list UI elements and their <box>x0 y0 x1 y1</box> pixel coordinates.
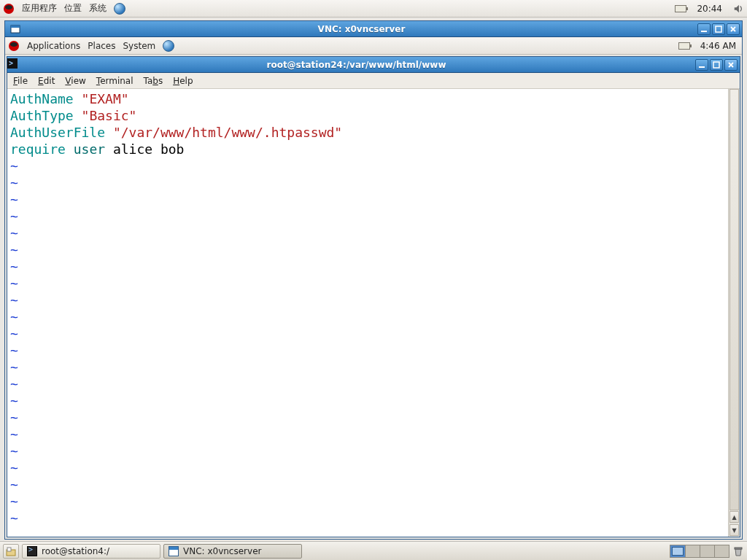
redhat-icon[interactable] <box>8 40 20 52</box>
terminal-body: AuthName "EXAM" AuthType "Basic" AuthUse… <box>7 89 740 537</box>
outer-menu-system[interactable]: 系统 <box>89 2 107 15</box>
outer-clock[interactable]: 20:44 <box>694 4 725 14</box>
menu-terminal[interactable]: Terminal <box>96 76 133 86</box>
vnc-title: VNC: x0vncserver <box>26 24 697 34</box>
redhat-icon[interactable] <box>3 3 15 15</box>
outer-menu-places[interactable]: 位置 <box>64 2 82 15</box>
battery-icon[interactable] <box>678 40 690 52</box>
scroll-down-button[interactable]: ▼ <box>729 524 739 536</box>
outer-top-panel: 应用程序 位置 系统 20:44 <box>0 0 747 18</box>
inner-menu-applications[interactable]: Applications <box>27 41 80 51</box>
scroll-up-button[interactable]: ▲ <box>729 511 739 523</box>
inner-menu-places[interactable]: Places <box>88 41 115 51</box>
workspace-switcher[interactable] <box>670 545 729 558</box>
taskbar-item-vnc[interactable]: VNC: x0vncserver <box>163 544 302 559</box>
globe-icon[interactable] <box>163 40 174 52</box>
close-button[interactable] <box>724 59 738 71</box>
terminal-icon <box>27 546 37 556</box>
inner-menu-system[interactable]: System <box>123 41 155 51</box>
svg-rect-5 <box>716 26 721 32</box>
terminal-window: > root@station24:/var/www/html/www File … <box>7 56 740 537</box>
vnc-icon <box>169 546 179 556</box>
workspace-1[interactable] <box>670 545 685 557</box>
terminal-window-buttons <box>695 59 740 71</box>
inner-clock[interactable]: 4:46 AM <box>697 41 739 51</box>
vnc-window: VNC: x0vncserver Applications Places Sys… <box>4 20 743 540</box>
volume-icon[interactable] <box>732 3 744 15</box>
vnc-titlebar[interactable]: VNC: x0vncserver <box>5 21 742 37</box>
svg-rect-10 <box>699 66 705 68</box>
minimize-button[interactable] <box>697 23 711 35</box>
terminal-title: root@station24:/var/www/html/www <box>18 60 695 70</box>
outer-bottom-panel: root@station4:/ VNC: x0vncserver <box>0 541 747 560</box>
maximize-button[interactable] <box>712 23 725 35</box>
svg-rect-14 <box>735 548 742 549</box>
svg-text:>: > <box>9 59 13 67</box>
menu-view[interactable]: View <box>65 76 85 86</box>
battery-icon[interactable] <box>675 3 686 15</box>
workspace-4[interactable] <box>714 545 729 557</box>
maximize-button[interactable] <box>710 59 723 71</box>
svg-rect-4 <box>701 31 707 32</box>
scrollbar-thumb[interactable] <box>729 89 739 510</box>
globe-icon[interactable] <box>114 3 125 15</box>
terminal-titlebar[interactable]: > root@station24:/var/www/html/www <box>7 57 740 73</box>
svg-rect-13 <box>7 548 11 551</box>
outer-menu-applications[interactable]: 应用程序 <box>22 2 57 15</box>
terminal-menubar: File Edit View Terminal Tabs Help <box>7 73 740 89</box>
vnc-window-buttons <box>697 23 742 35</box>
inner-top-panel: Applications Places System 4:46 AM <box>5 37 742 55</box>
close-button[interactable] <box>727 23 740 35</box>
vnc-app-icon <box>9 23 21 35</box>
menu-tabs[interactable]: Tabs <box>144 76 163 86</box>
svg-point-7 <box>10 42 18 47</box>
menu-file[interactable]: File <box>13 76 28 86</box>
minimize-button[interactable] <box>695 59 708 71</box>
terminal-text[interactable]: AuthName "EXAM" AuthType "Basic" AuthUse… <box>7 89 728 537</box>
menu-edit[interactable]: Edit <box>38 76 55 86</box>
svg-point-1 <box>5 5 12 9</box>
workspace-2[interactable] <box>685 545 700 557</box>
taskbar-item-terminal[interactable]: root@station4:/ <box>22 544 160 559</box>
workspace-3[interactable] <box>700 545 714 557</box>
svg-rect-3 <box>11 26 20 28</box>
trash-icon[interactable] <box>732 545 744 557</box>
terminal-icon: > <box>7 58 18 71</box>
menu-help[interactable]: Help <box>173 76 193 86</box>
show-desktop-button[interactable] <box>3 544 19 559</box>
terminal-scrollbar[interactable]: ▲ ▼ <box>728 89 740 537</box>
taskbar-label: VNC: x0vncserver <box>183 546 261 556</box>
svg-rect-11 <box>713 62 719 68</box>
taskbar-label: root@station4:/ <box>42 546 109 556</box>
